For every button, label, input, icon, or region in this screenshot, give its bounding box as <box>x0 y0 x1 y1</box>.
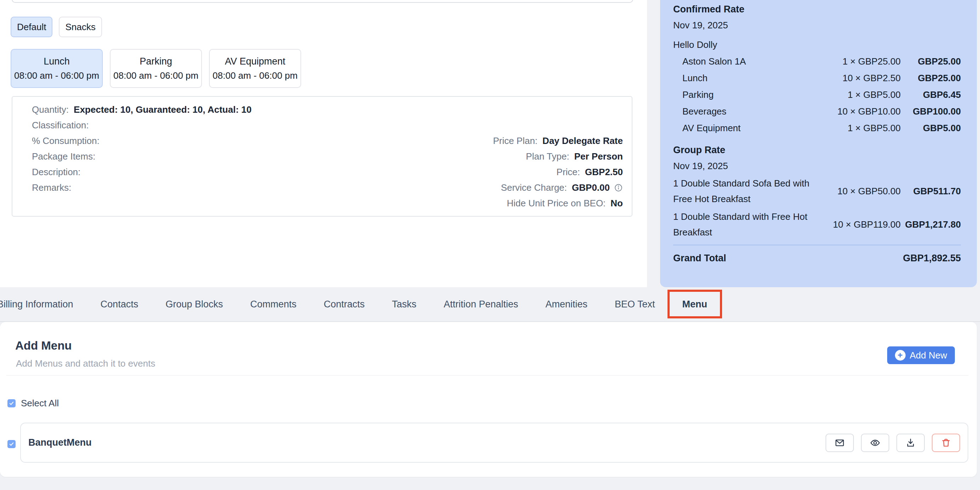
rate-item-total: GBP100.00 <box>900 106 961 117</box>
rate-item-name: Beverages <box>673 106 816 117</box>
event-card-title: Parking <box>140 56 172 67</box>
trash-icon <box>941 437 951 448</box>
field-label: Price Plan: <box>493 136 538 147</box>
rate-item-qty: 10 × GBP50.00 <box>816 186 900 197</box>
detail-field: Remarks: <box>32 180 251 195</box>
field-label: Remarks: <box>32 182 71 193</box>
group-rate-date: Nov 19, 2025 <box>673 158 961 174</box>
rate-item-qty: 1 × GBP5.00 <box>816 123 900 134</box>
section-tab[interactable]: Menu <box>682 299 708 310</box>
page-subtitle: Add Menus and attach it to events <box>16 358 155 369</box>
email-menu-button[interactable] <box>826 434 854 452</box>
eye-icon <box>870 437 880 448</box>
select-all-checkbox[interactable] <box>8 399 16 407</box>
event-category-tabs: Default Snacks <box>11 17 102 37</box>
event-card[interactable]: Parking 08:00 am - 06:00 pm <box>110 49 202 88</box>
field-label: Plan Type: <box>526 151 569 162</box>
section-tab[interactable]: BEO Text <box>615 299 655 310</box>
field-value: GBP2.50 <box>585 167 623 178</box>
detail-field: Hide Unit Price on BEO: No <box>493 195 623 211</box>
rate-item-total: GBP5.00 <box>900 123 961 134</box>
detail-field: Service Charge: GBP0.00 <box>493 180 623 195</box>
field-value: Per Person <box>574 151 623 162</box>
menu-name: BanquetMenu <box>21 437 92 448</box>
section-tab[interactable]: Group Blocks <box>165 299 223 310</box>
section-tab[interactable]: Attrition Penalties <box>444 299 518 310</box>
event-card[interactable]: Lunch 08:00 am - 06:00 pm <box>11 49 103 88</box>
rate-item-name: Aston Salon 1A <box>673 56 816 67</box>
rate-item-qty: 1 × GBP5.00 <box>816 89 900 101</box>
section-tab[interactable]: Contracts <box>324 299 365 310</box>
add-new-button[interactable]: + Add New <box>887 346 955 364</box>
rate-item-qty: 10 × GBP2.50 <box>816 73 900 84</box>
delete-menu-button[interactable] <box>932 434 960 452</box>
select-all-row: Select All <box>8 398 59 409</box>
download-menu-button[interactable] <box>896 434 925 452</box>
rate-line-item: AV Equipment 1 × GBP5.00 GBP5.00 <box>673 120 961 137</box>
rate-line-item: Beverages 10 × GBP10.00 GBP100.00 <box>673 103 961 120</box>
grand-total-label: Grand Total <box>673 253 726 264</box>
rate-line-item: Parking 1 × GBP5.00 GBP6.45 <box>673 86 961 103</box>
preview-menu-button[interactable] <box>861 434 889 452</box>
detail-field: Price: GBP2.50 <box>493 164 623 180</box>
detail-fields-left: Quantity: Expected: 10, Guaranteed: 10, … <box>32 102 251 195</box>
rate-item-total: GBP6.45 <box>900 89 961 101</box>
section-tab[interactable]: Comments <box>250 299 297 310</box>
rate-summary-panel: Confirmed Rate Nov 19, 2025 Hello Dolly … <box>660 0 977 287</box>
field-value: Expected: 10, Guaranteed: 10, Actual: 10 <box>74 104 251 115</box>
field-label: Quantity: <box>32 104 69 115</box>
event-cards: Lunch 08:00 am - 06:00 pm Parking 08:00 … <box>11 49 301 88</box>
plus-icon: + <box>895 350 905 361</box>
event-card-time: 08:00 am - 06:00 pm <box>213 70 298 81</box>
category-tab[interactable]: Default <box>11 17 52 37</box>
event-card[interactable]: AV Equipment 08:00 am - 06:00 pm <box>209 49 301 88</box>
field-value: No <box>611 198 623 209</box>
detail-field: Quantity: Expected: 10, Guaranteed: 10, … <box>32 102 251 117</box>
header-divider <box>6 375 968 375</box>
event-detail-panel: Quantity: Expected: 10, Guaranteed: 10, … <box>12 96 632 217</box>
rate-item-total: GBP25.00 <box>900 56 961 67</box>
rate-item-name: 1 Double Standard with Free Hot Breakfas… <box>673 209 816 240</box>
rate-item-name: Parking <box>673 89 816 101</box>
category-tab-label: Default <box>17 22 46 33</box>
rate-item-total: GBP1,217.80 <box>900 219 961 230</box>
rate-item-name: AV Equipment <box>673 123 816 134</box>
rate-line-item: 1 Double Standard Sofa Bed with Free Hot… <box>673 174 961 208</box>
info-icon[interactable] <box>614 183 623 192</box>
field-value: Day Delegate Rate <box>542 136 623 147</box>
add-menu-panel: Add Menu Add Menus and attach it to even… <box>0 322 977 477</box>
confirmed-rate-title: Confirmed Rate <box>673 2 961 17</box>
rate-item-qty: 10 × GBP10.00 <box>816 106 900 117</box>
field-label: Description: <box>32 167 80 178</box>
download-icon <box>905 437 916 448</box>
rate-item-qty: 10 × GBP119.00 <box>816 219 900 230</box>
section-tab[interactable]: Contacts <box>100 299 138 310</box>
envelope-icon <box>834 437 845 448</box>
detail-field: % Consumption: <box>32 133 251 148</box>
event-card-title: Lunch <box>44 56 70 67</box>
field-label: Package Items: <box>32 151 95 162</box>
select-all-label: Select All <box>21 398 59 409</box>
event-details-area: Default Snacks Lunch 08:00 am - 06:00 pm… <box>0 0 647 287</box>
category-tab[interactable]: Snacks <box>59 17 102 37</box>
menu-row-actions <box>826 434 967 452</box>
confirmed-rate-date: Nov 19, 2025 <box>673 17 961 34</box>
menu-list-item: BanquetMenu <box>20 423 968 463</box>
field-label: % Consumption: <box>32 136 100 147</box>
rate-item-qty: 1 × GBP25.00 <box>816 56 900 67</box>
section-tab[interactable]: Tasks <box>392 299 416 310</box>
rate-line-item: Aston Salon 1A 1 × GBP25.00 GBP25.00 <box>673 53 961 70</box>
field-label: Service Charge: <box>501 182 567 193</box>
menu-row-checkbox[interactable] <box>8 440 16 448</box>
previous-panel-edge <box>12 0 633 3</box>
field-value: GBP0.00 <box>572 182 610 193</box>
section-tab[interactable]: Billing Information <box>0 299 73 310</box>
section-tabs: Billing Information Contacts Group Block… <box>0 287 980 321</box>
grand-total-row: Grand Total GBP1,892.55 <box>673 245 961 271</box>
event-card-time: 08:00 am - 06:00 pm <box>14 70 99 81</box>
field-label: Hide Unit Price on BEO: <box>507 198 606 209</box>
event-card-time: 08:00 am - 06:00 pm <box>113 70 199 81</box>
section-tab[interactable]: Amenities <box>545 299 587 310</box>
rate-line-item: Lunch 10 × GBP2.50 GBP25.00 <box>673 70 961 86</box>
field-label: Price: <box>557 167 580 178</box>
